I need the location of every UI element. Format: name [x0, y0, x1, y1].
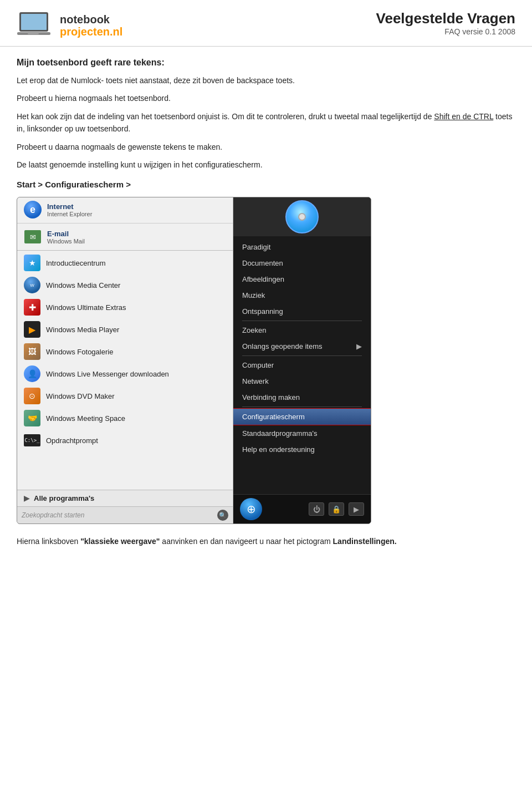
right-menu-paradigit[interactable]: Paradigit [233, 239, 371, 255]
list-item-wmc-label: Windows Media Center [46, 281, 120, 289]
power-icon[interactable]: ⏻ [309, 502, 324, 516]
start-menu-right: Paradigit Documenten Afbeeldingen Muziek… [233, 197, 371, 524]
right-menu-muziek[interactable]: Muziek [233, 287, 371, 303]
messenger-icon: 👤 [24, 365, 40, 382]
media-player-icon: ▶ [24, 321, 40, 338]
extras-icon: ✚ [24, 299, 40, 316]
right-separator-3 [242, 406, 362, 407]
lock-icon[interactable]: 🔒 [329, 502, 344, 516]
pinned-internet[interactable]: e Internet Internet Explorer [17, 197, 233, 223]
list-item-dvd[interactable]: ⊙ Windows DVD Maker [17, 385, 233, 407]
right-menu-help[interactable]: Help en ondersteuning [233, 441, 371, 458]
bottom-text-bold: "klassieke weergave" [80, 537, 160, 546]
disc-icon [285, 200, 319, 233]
all-programs-arrow: ▶ [24, 494, 29, 502]
arrow-icon: ▶ [356, 342, 362, 350]
all-programs-item[interactable]: ▶ Alle programma's [17, 490, 233, 506]
start-menu-screenshot: e Internet Internet Explorer ✉ E-mail Wi… [17, 197, 371, 524]
logo-area: notebook projecten .nl [17, 10, 122, 40]
logo-nl-label: .nl [110, 26, 122, 38]
right-menu-standaard[interactable]: Standaardprogramma's [233, 425, 371, 441]
shift-ctrl-label: Shift en de CTRL [434, 112, 493, 121]
start-right-menu: Paradigit Documenten Afbeeldingen Muziek… [233, 236, 371, 494]
list-item-messenger[interactable]: 👤 Windows Live Messenger downloaden [17, 363, 233, 385]
wmc-icon: W [24, 277, 40, 293]
cmd-icon: C:\>_ [24, 432, 40, 449]
page-title: Veelgestelde Vragen [376, 10, 515, 27]
pinned-email-label: E-mail [47, 230, 85, 238]
paragraph-2: Probeert u hierna nogmaals het toetsenbo… [17, 92, 515, 104]
bottom-text-before: Hierna linksboven [17, 537, 80, 546]
right-menu-afbeeldingen[interactable]: Afbeeldingen [233, 271, 371, 287]
page-title-area: Veelgestelde Vragen FAQ versie 0.1 2008 [376, 10, 515, 36]
logo-text: notebook projecten .nl [60, 13, 122, 38]
svg-rect-3 [28, 33, 39, 34]
right-menu-verbinding[interactable]: Verbinding maken [233, 389, 371, 405]
start-list: ★ Introductiecentrum W Windows Media Cen… [17, 252, 233, 451]
paragraph-3: Het kan ook zijn dat de indeling van het… [17, 110, 515, 135]
bottom-text-bold2: Landinstellingen. [333, 537, 397, 546]
list-item-extras[interactable]: ✚ Windows Ultimate Extras [17, 296, 233, 318]
list-item-wmc[interactable]: W Windows Media Center [17, 274, 233, 296]
right-menu-zoeken[interactable]: Zoeken [233, 322, 371, 338]
vista-orb-icon[interactable]: ⊕ [240, 498, 262, 520]
list-item-cmd[interactable]: C:\>_ Opdrachtprompt [17, 429, 233, 451]
search-bar: Zoekopdracht starten 🔍 [17, 506, 233, 524]
page-header: notebook projecten .nl Veelgestelde Vrag… [0, 0, 532, 47]
list-item-extras-label: Windows Ultimate Extras [46, 303, 126, 312]
right-menu-configuratie[interactable]: Configuratiescherm [233, 408, 371, 425]
page-subtitle: FAQ versie 0.1 2008 [376, 27, 515, 36]
all-programs-label: Alle programma's [34, 494, 94, 502]
list-item-introductie-label: Introductiecentrum [46, 259, 106, 267]
right-menu-onlangs[interactable]: Onlangs geopende items ▶ [233, 338, 371, 354]
main-content: Mijn toetsenbord geeft rare tekens: Let … [0, 58, 532, 565]
list-item-foto[interactable]: 🖼 Windows Fotogalerie [17, 341, 233, 363]
start-btn-row: ⏻ 🔒 ▶ [309, 502, 364, 516]
introductie-icon: ★ [24, 255, 40, 271]
email-icon: ✉ [24, 228, 42, 246]
laptop-icon [17, 10, 55, 40]
pinned-items: e Internet Internet Explorer ✉ E-mail Wi… [17, 197, 233, 252]
list-item-meeting[interactable]: 🤝 Windows Meeting Space [17, 407, 233, 429]
ie-icon: e [24, 201, 42, 218]
list-item-introductie[interactable]: ★ Introductiecentrum [17, 252, 233, 274]
foto-icon: 🖼 [24, 343, 40, 360]
pinned-email[interactable]: ✉ E-mail Windows Mail [17, 223, 233, 249]
list-item-cmd-label: Opdrachtprompt [46, 436, 98, 445]
dvd-icon: ⊙ [24, 388, 40, 404]
start-right-bottom: ⊕ ⏻ 🔒 ▶ [233, 494, 371, 524]
start-label: Start > Configuratiescherm > [17, 180, 515, 189]
list-item-foto-label: Windows Fotogalerie [46, 348, 113, 356]
logo-projecten-label: projecten [60, 26, 110, 38]
list-item-media-player[interactable]: ▶ Windows Media Player [17, 318, 233, 341]
arrow-right-icon[interactable]: ▶ [349, 502, 364, 516]
search-icon[interactable]: 🔍 [217, 510, 228, 521]
right-separator-1 [242, 321, 362, 321]
svg-rect-1 [21, 14, 47, 30]
para3-text: Het kan ook zijn dat de indeling van het… [17, 112, 434, 121]
right-menu-ontspanning[interactable]: Ontspanning [233, 303, 371, 319]
right-menu-documenten[interactable]: Documenten [233, 255, 371, 271]
pinned-email-sub: Windows Mail [47, 238, 85, 245]
start-left-bottom: ▶ Alle programma's Zoekopdracht starten … [17, 490, 233, 524]
pinned-internet-label: Internet [47, 202, 92, 211]
pinned-internet-sub: Internet Explorer [47, 211, 92, 217]
start-right-top [233, 197, 371, 236]
paragraph-1: Let erop dat de Numlock- toets niet aans… [17, 74, 515, 87]
right-menu-computer[interactable]: Computer [233, 357, 371, 373]
list-item-messenger-label: Windows Live Messenger downloaden [46, 370, 169, 378]
logo-notebook-label: notebook [60, 13, 122, 26]
separator [17, 250, 233, 251]
bottom-text-after: aanvinken en dan navigeert u naar het pi… [160, 537, 332, 546]
list-item-dvd-label: Windows DVD Maker [46, 392, 115, 400]
section-heading: Mijn toetsenbord geeft rare tekens: [17, 58, 515, 68]
list-item-media-player-label: Windows Media Player [46, 326, 119, 334]
paragraph-5: De laatst genoemde instelling kunt u wij… [17, 159, 515, 171]
list-item-meeting-label: Windows Meeting Space [46, 414, 125, 423]
search-input[interactable]: Zoekopdracht starten [22, 511, 214, 519]
meeting-icon: 🤝 [24, 410, 40, 426]
right-menu-netwerk[interactable]: Netwerk [233, 373, 371, 389]
start-menu-left: e Internet Internet Explorer ✉ E-mail Wi… [17, 197, 233, 524]
right-separator-2 [242, 355, 362, 356]
paragraph-4: Probeert u daarna nogmaals de gewenste t… [17, 141, 515, 153]
